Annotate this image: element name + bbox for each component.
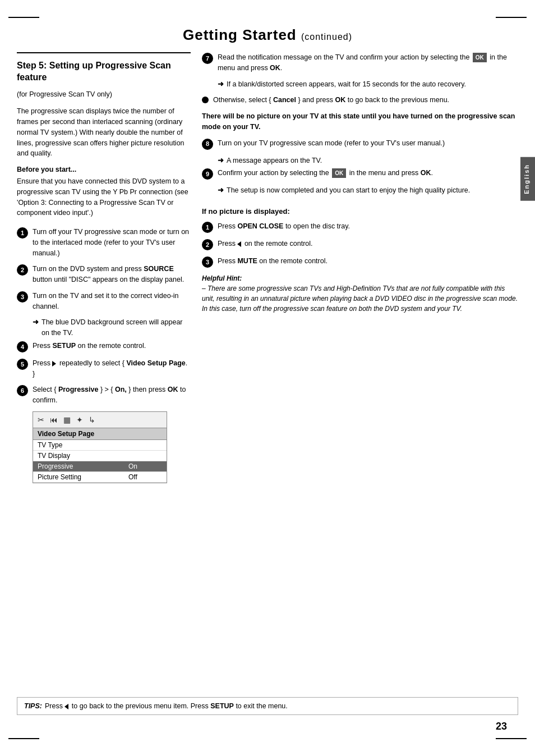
table-row-tv-display: TV Display <box>33 451 167 461</box>
arrow-sym-3: ➜ <box>33 317 39 328</box>
step-1-content: Turn off your TV progressive scan mode o… <box>33 227 191 258</box>
step-8-arrow-note: ➜ A message appears on the TV. <box>218 155 518 166</box>
corner-top-right <box>496 17 527 18</box>
title-suffix: (continued) <box>301 32 352 42</box>
skip-icon: ⏮ <box>50 415 58 424</box>
arrow-icon: ↳ <box>89 415 95 424</box>
tv-display-value <box>128 452 162 460</box>
page: Getting Started (continued) English Step… <box>0 0 535 756</box>
main-content: Step 5: Setting up Progressive Scan feat… <box>0 52 535 686</box>
no-pic-step-2-content: Press on the remote control. <box>218 239 518 249</box>
no-pic-step-num-2: 2 <box>202 239 213 250</box>
before-title: Before you start... <box>17 166 191 173</box>
no-pic-step-3: 3 Press MUTE on the remote control. <box>202 256 518 268</box>
section-title: Step 5: Setting up Progressive Scan feat… <box>17 60 191 84</box>
scissors-icon: ✂ <box>38 415 44 424</box>
step-num-9: 9 <box>202 168 213 180</box>
title-text: Getting Started <box>183 26 297 43</box>
right-step-8: 8 Turn on your TV progressive scan mode … <box>202 138 518 150</box>
tv-display-label: TV Display <box>38 452 128 460</box>
corner-bottom-right <box>496 738 527 739</box>
language-tab: English <box>520 157 535 201</box>
picture-setting-value: Off <box>128 473 162 481</box>
corner-bottom-left <box>8 738 39 739</box>
picture-setting-label: Picture Setting <box>38 473 128 481</box>
table-row-progressive: Progressive On <box>33 461 167 472</box>
no-pic-step-num-3: 3 <box>202 256 213 268</box>
page-title: Getting Started (continued) <box>17 26 518 44</box>
step-num-6: 6 <box>17 385 28 396</box>
step-9-arrow-note: ➜ The setup is now completed and you can… <box>218 185 518 196</box>
step-num-8: 8 <box>202 139 213 150</box>
ok-button-inline-7: OK <box>473 53 487 62</box>
page-header: Getting Started (continued) <box>0 21 535 52</box>
no-picture-title: If no picture is displayed: <box>202 207 518 216</box>
arrow-sym-9: ➜ <box>218 185 224 196</box>
step-3-content: Turn on the TV and set it to the correct… <box>33 291 191 312</box>
no-pic-step-num-1: 1 <box>202 222 213 233</box>
setup-table-icons-row: ✂ ⏮ ▦ ✦ ↳ <box>33 412 167 428</box>
step-8-note-text: A message appears on the TV. <box>227 155 322 166</box>
step-3-note-text: The blue DVD background screen will appe… <box>41 317 191 338</box>
left-step-6: 6 Select { Progressive } > { On, } then … <box>17 384 191 406</box>
table-row-tv-type: TV Type <box>33 440 167 451</box>
step-7-content: Read the notification message on the TV … <box>218 52 518 74</box>
helpful-hint-text: – There are some progressive scan TVs an… <box>202 285 518 313</box>
helpful-hint: Helpful Hint: – There are some progressi… <box>202 273 518 314</box>
arrow-sym-8: ➜ <box>218 155 224 166</box>
left-step-1: 1 Turn off your TV progressive scan mode… <box>17 227 191 258</box>
page-number: 23 <box>0 721 535 732</box>
gear2-icon: ✦ <box>76 415 83 424</box>
step-4-content: Press SETUP on the remote control. <box>33 341 191 351</box>
step-num-1: 1 <box>17 227 28 239</box>
setup-table-header: Video Setup Page <box>33 428 167 440</box>
step-9-note-text: The setup is now completed and you can s… <box>227 185 470 196</box>
left-column: Step 5: Setting up Progressive Scan feat… <box>17 52 191 686</box>
step-7-arrow-note: ➜ If a blank/distorted screen appears, w… <box>218 79 518 90</box>
no-pic-step-3-content: Press MUTE on the remote control. <box>218 256 518 267</box>
step-num-2: 2 <box>17 264 28 276</box>
intro-parenthetical: (for Progressive Scan TV only) <box>17 89 191 100</box>
left-step-2: 2 Turn on the DVD system and press SOURC… <box>17 264 191 285</box>
step-6-content: Select { Progressive } > { On, } then pr… <box>33 384 191 406</box>
tips-label: TIPS: <box>24 702 42 710</box>
warning-text: There will be no picture on your TV at t… <box>202 111 518 132</box>
step-num-4: 4 <box>17 341 28 352</box>
bullet-otherwise: Otherwise, select { Cancel } and press O… <box>202 95 518 106</box>
top-corners <box>0 17 535 18</box>
triangle-left-tips <box>64 704 68 709</box>
arrow-sym-7: ➜ <box>218 79 224 90</box>
step-8-content: Turn on your TV progressive scan mode (r… <box>218 138 518 149</box>
tv-type-label: TV Type <box>38 441 128 449</box>
tips-bar: TIPS: Press to go back to the previous m… <box>17 697 518 715</box>
helpful-hint-title: Helpful Hint: <box>202 274 242 282</box>
triangle-right-icon <box>52 361 56 366</box>
no-pic-step-1-content: Press OPEN CLOSE to open the disc tray. <box>218 221 518 232</box>
bullet-otherwise-content: Otherwise, select { Cancel } and press O… <box>213 95 449 106</box>
no-picture-section: If no picture is displayed: 1 Press OPEN… <box>202 207 518 314</box>
tips-text: Press to go back to the previous menu it… <box>45 702 288 710</box>
triangle-left-icon-2 <box>237 241 241 247</box>
no-pic-step-2: 2 Press on the remote control. <box>202 239 518 250</box>
step-5-content: Press repeatedly to select { Video Setup… <box>33 358 191 379</box>
ok-button-inline-9: OK <box>332 168 346 178</box>
bullet-dot-otherwise <box>202 97 209 103</box>
left-step-5: 5 Press repeatedly to select { Video Set… <box>17 358 191 379</box>
no-pic-step-1: 1 Press OPEN CLOSE to open the disc tray… <box>202 221 518 233</box>
video-setup-table: ✂ ⏮ ▦ ✦ ↳ Video Setup Page TV Type TV Di… <box>33 411 167 483</box>
left-step-4: 4 Press SETUP on the remote control. <box>17 341 191 352</box>
before-text: Ensure that you have connected this DVD … <box>17 176 191 218</box>
step-9-content: Confirm your action by selecting the OK … <box>218 168 518 178</box>
step-num-7: 7 <box>202 53 213 64</box>
step-7-note-text: If a blank/distorted screen appears, wai… <box>227 79 466 90</box>
step-num-3: 3 <box>17 291 28 303</box>
corner-top-left <box>8 17 39 18</box>
table-row-picture-setting: Picture Setting Off <box>33 472 167 483</box>
right-step-7: 7 Read the notification message on the T… <box>202 52 518 74</box>
step-num-5: 5 <box>17 359 28 370</box>
progressive-label: Progressive <box>38 462 128 470</box>
bottom-corners <box>0 738 535 739</box>
left-step-3: 3 Turn on the TV and set it to the corre… <box>17 291 191 312</box>
right-column: 7 Read the notification message on the T… <box>202 52 518 686</box>
right-step-9: 9 Confirm your action by selecting the O… <box>202 168 518 180</box>
